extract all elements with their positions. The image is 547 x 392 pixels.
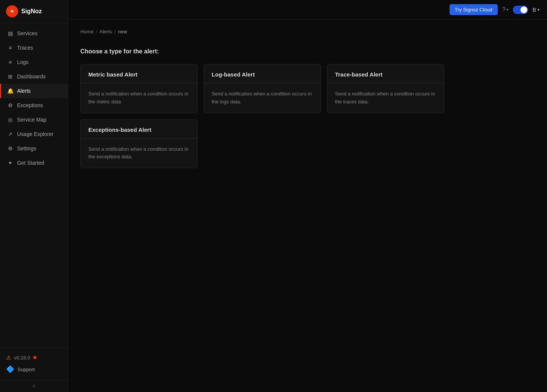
- sidebar-item-get-started[interactable]: ✦ Get Started: [0, 156, 68, 170]
- user-chevron-icon: ▾: [538, 8, 539, 12]
- support-row[interactable]: 🔷 Support: [6, 363, 62, 376]
- user-initial: B: [533, 7, 536, 13]
- version-row: ⚠ v0.28.0: [6, 352, 62, 363]
- sidebar-item-service-map[interactable]: ◎ Service Map: [0, 112, 68, 127]
- log-alert-desc: Send a notification when a condition occ…: [212, 90, 313, 106]
- exceptions-alert-card[interactable]: Exceptions-based Alert Send a notificati…: [80, 119, 197, 169]
- toggle-knob: [520, 6, 527, 13]
- sidebar-item-label-logs: Logs: [17, 59, 28, 65]
- metric-alert-card[interactable]: Metric based Alert Send a notification w…: [80, 64, 197, 113]
- page-title: Choose a type for the alert:: [80, 48, 535, 55]
- traces-icon: ≡: [7, 45, 13, 51]
- sidebar-item-usage-explorer[interactable]: ↗ Usage Explorer: [0, 127, 68, 141]
- alerts-icon: 🔔: [7, 88, 13, 94]
- breadcrumb-sep-2: /: [114, 29, 116, 34]
- exceptions-alert-body: Send a notification when a condition occ…: [81, 139, 197, 168]
- usage-explorer-icon: ↗: [7, 131, 13, 137]
- content-area: Home / Alerts / new Choose a type for th…: [68, 20, 547, 392]
- version-dot: [33, 356, 36, 359]
- help-icon: ?: [502, 6, 506, 13]
- sidebar-item-exceptions[interactable]: ⚙ Exceptions: [0, 98, 68, 112]
- trace-alert-card[interactable]: Trace-based Alert Send a notification wh…: [327, 64, 444, 113]
- collapse-icon: <: [33, 384, 35, 389]
- sidebar-collapse-button[interactable]: <: [0, 380, 68, 392]
- sidebar-nav: ▤ Services ≡ Traces ≡ Logs ⊞ Dashboards …: [0, 23, 68, 347]
- sidebar-item-alerts[interactable]: 🔔 Alerts: [0, 84, 68, 98]
- sidebar-item-services[interactable]: ▤ Services: [0, 26, 68, 41]
- trace-alert-title: Trace-based Alert: [335, 71, 436, 78]
- settings-icon: ⚙: [7, 145, 13, 151]
- metric-alert-desc: Send a notification when a condition occ…: [88, 90, 190, 106]
- support-label: Support: [17, 367, 35, 372]
- warning-icon: ⚠: [6, 355, 11, 361]
- log-alert-title: Log-based Alert: [212, 71, 313, 78]
- get-started-icon: ✦: [7, 160, 13, 166]
- log-alert-card[interactable]: Log-based Alert Send a notification when…: [204, 64, 321, 113]
- sidebar-item-dashboards[interactable]: ⊞ Dashboards: [0, 69, 68, 84]
- support-icon: 🔷: [6, 365, 14, 373]
- logs-icon: ≡: [7, 59, 13, 65]
- trace-alert-body: Send a notification when a condition occ…: [328, 83, 444, 113]
- sidebar-item-traces[interactable]: ≡ Traces: [0, 41, 68, 55]
- sidebar-item-label-traces: Traces: [17, 45, 33, 51]
- version-label: v0.28.0: [14, 355, 30, 361]
- exceptions-icon: ⚙: [7, 102, 13, 108]
- sidebar-item-label-alerts: Alerts: [17, 88, 31, 94]
- trace-alert-desc: Send a notification when a condition occ…: [335, 90, 436, 106]
- alert-cards-grid: Metric based Alert Send a notification w…: [80, 64, 444, 168]
- trace-alert-header: Trace-based Alert: [328, 64, 444, 83]
- exceptions-alert-title: Exceptions-based Alert: [88, 127, 190, 133]
- logo-text: SigNoz: [21, 8, 42, 15]
- sidebar-item-settings[interactable]: ⚙ Settings: [0, 141, 68, 156]
- sidebar-item-label-usage: Usage Explorer: [17, 131, 54, 137]
- logo[interactable]: 👁 SigNoz: [0, 0, 68, 23]
- log-alert-body: Send a notification when a condition occ…: [204, 83, 320, 113]
- sidebar-item-label-settings: Settings: [17, 145, 36, 151]
- sidebar-item-label-get-started: Get Started: [17, 160, 44, 166]
- breadcrumb-current: new: [118, 29, 127, 34]
- help-button[interactable]: ? ▾: [502, 6, 508, 13]
- main-content: Try Signoz Cloud ? ▾ B ▾ Home / Alerts /…: [68, 0, 547, 392]
- sidebar: 👁 SigNoz ▤ Services ≡ Traces ≡ Logs ⊞ Da…: [0, 0, 68, 392]
- breadcrumb-home[interactable]: Home: [80, 29, 94, 34]
- services-icon: ▤: [7, 30, 13, 36]
- exceptions-alert-desc: Send a notification when a condition occ…: [88, 145, 190, 161]
- try-cloud-button[interactable]: Try Signoz Cloud: [450, 4, 498, 15]
- sidebar-item-label-exceptions: Exceptions: [17, 102, 43, 108]
- breadcrumb-alerts[interactable]: Alerts: [99, 29, 112, 34]
- breadcrumb-sep-1: /: [96, 29, 97, 34]
- metric-alert-header: Metric based Alert: [81, 64, 197, 83]
- log-alert-header: Log-based Alert: [204, 64, 320, 83]
- sidebar-bottom: ⚠ v0.28.0 🔷 Support: [0, 347, 68, 380]
- sidebar-item-label-services: Services: [17, 30, 38, 36]
- sidebar-item-label-service-map: Service Map: [17, 117, 47, 123]
- topbar: Try Signoz Cloud ? ▾ B ▾: [68, 0, 547, 20]
- user-menu[interactable]: B ▾: [533, 7, 539, 13]
- breadcrumb: Home / Alerts / new: [80, 29, 535, 34]
- help-chevron-icon: ▾: [506, 8, 508, 12]
- logo-icon: 👁: [6, 5, 18, 17]
- sidebar-item-logs[interactable]: ≡ Logs: [0, 55, 68, 69]
- metric-alert-body: Send a notification when a condition occ…: [81, 83, 197, 113]
- metric-alert-title: Metric based Alert: [88, 71, 190, 78]
- dashboards-icon: ⊞: [7, 73, 13, 80]
- theme-toggle[interactable]: [513, 6, 528, 14]
- service-map-icon: ◎: [7, 117, 13, 123]
- exceptions-alert-header: Exceptions-based Alert: [81, 120, 197, 139]
- sidebar-item-label-dashboards: Dashboards: [17, 73, 46, 80]
